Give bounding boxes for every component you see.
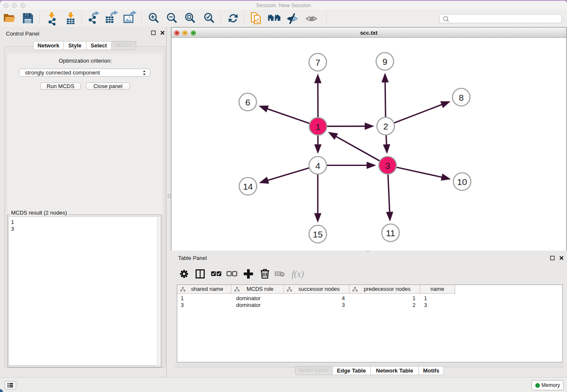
svg-text:4: 4 bbox=[315, 161, 320, 171]
svg-text:2: 2 bbox=[383, 121, 388, 131]
svg-text:f(x): f(x) bbox=[292, 269, 304, 279]
svg-text:1: 1 bbox=[316, 122, 321, 132]
svg-text:8: 8 bbox=[459, 93, 464, 102]
svg-text:3: 3 bbox=[385, 161, 390, 171]
svg-text:7: 7 bbox=[315, 58, 320, 67]
svg-text:10: 10 bbox=[457, 177, 467, 187]
svg-text:6: 6 bbox=[245, 97, 250, 107]
svg-text:11: 11 bbox=[386, 228, 395, 238]
svg-text:9: 9 bbox=[383, 57, 388, 66]
svg-text:15: 15 bbox=[313, 229, 322, 239]
svg-text:14: 14 bbox=[243, 182, 253, 191]
